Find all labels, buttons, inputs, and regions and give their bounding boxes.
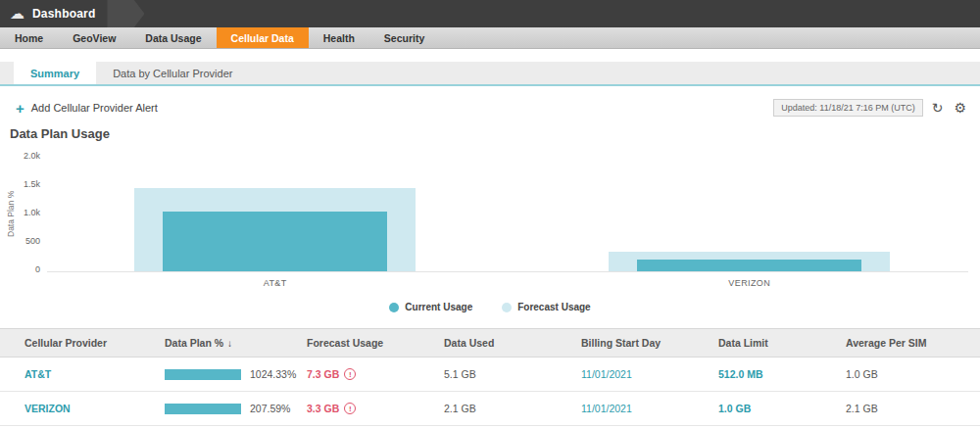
forecast-usage-value: 3.3 GB — [307, 403, 339, 414]
billing-start-day-link[interactable]: 11/01/2021 — [581, 368, 632, 380]
add-cellular-provider-alert-button[interactable]: + Add Cellular Provider Alert — [16, 101, 158, 116]
app-title: Dashboard — [32, 7, 95, 21]
refresh-icon[interactable]: ↻ — [930, 101, 946, 115]
column-header-data-limit[interactable]: Data Limit — [710, 329, 838, 358]
gear-icon[interactable]: ⚙ — [952, 101, 968, 115]
data-plan-pct-value: 1024.33% — [250, 368, 296, 380]
data-limit-link[interactable]: 512.0 MB — [718, 368, 763, 380]
data-plan-pct-cell: 207.59% — [165, 403, 291, 414]
column-header-forecast-usage[interactable]: Forecast Usage — [299, 329, 436, 358]
data-plan-usage-bar-fill — [165, 404, 241, 414]
forecast-usage-dot-icon — [502, 303, 512, 312]
table-row: AT&T 1024.33% 7.3 GB ! 5.1 GB 11/01/2021… — [0, 358, 980, 392]
average-per-sim-value: 1.0 GB — [838, 358, 980, 392]
column-header-data-used[interactable]: Data Used — [436, 329, 573, 358]
y-axis-ticks: 2.0k 1.5k 1.0k 500 0 — [16, 151, 47, 274]
plus-icon: + — [16, 101, 24, 116]
data-plan-usage-bar — [165, 404, 241, 414]
nav-item-health[interactable]: Health — [309, 27, 369, 48]
chart-legend: Current Usage Forecast Usage — [0, 302, 980, 312]
category-label-verizon: VERIZON — [609, 278, 890, 288]
current-usage-bar-verizon[interactable] — [637, 260, 861, 271]
chart-title: Data Plan Usage — [0, 120, 980, 155]
secondary-tabs: Summary Data by Cellular Provider — [0, 62, 980, 86]
actions-row: + Add Cellular Provider Alert Updated: 1… — [0, 86, 980, 120]
y-tick: 0 — [16, 264, 40, 274]
nav-item-cellular-data[interactable]: Cellular Data — [217, 27, 309, 48]
provider-link-att[interactable]: AT&T — [24, 368, 51, 380]
tab-summary[interactable]: Summary — [14, 62, 96, 84]
bar-group-verizon: VERIZON — [609, 155, 890, 271]
warning-icon[interactable]: ! — [344, 403, 356, 414]
billing-start-day-link[interactable]: 11/01/2021 — [581, 403, 632, 414]
average-per-sim-value: 2.1 GB — [838, 392, 980, 426]
data-plan-pct-cell: 1024.33% — [165, 368, 291, 380]
breadcrumb-arrow — [107, 0, 144, 27]
column-header-data-plan-pct[interactable]: Data Plan %↓ — [157, 329, 299, 358]
chart-plot-area: AT&T VERIZON — [47, 155, 968, 272]
nav-item-data-usage[interactable]: Data Usage — [130, 27, 216, 48]
y-tick: 2.0k — [16, 151, 40, 161]
forecast-usage-cell: 3.3 GB ! — [307, 403, 428, 414]
y-tick: 1.5k — [16, 179, 40, 189]
legend-item-current-usage[interactable]: Current Usage — [389, 302, 472, 312]
table-row: VERIZON 207.59% 3.3 GB ! 2.1 GB 11/01/20… — [0, 392, 980, 426]
main-navigation: Home GeoView Data Usage Cellular Data He… — [0, 27, 980, 49]
cloud-icon: ☁ — [10, 5, 24, 23]
nav-item-security[interactable]: Security — [369, 27, 439, 48]
forecast-usage-cell: 7.3 GB ! — [307, 368, 428, 380]
data-used-value: 5.1 GB — [436, 358, 573, 392]
provider-link-verizon[interactable]: VERIZON — [24, 403, 71, 414]
column-header-billing-start-day[interactable]: Billing Start Day — [573, 329, 710, 358]
tab-data-by-cellular-provider[interactable]: Data by Cellular Provider — [96, 62, 249, 84]
bar-group-att: AT&T — [134, 155, 416, 271]
y-tick: 500 — [16, 236, 40, 246]
legend-label: Current Usage — [405, 302, 472, 312]
nav-item-geoview[interactable]: GeoView — [58, 27, 130, 48]
column-header-cellular-provider[interactable]: Cellular Provider — [0, 329, 157, 358]
data-plan-usage-chart: Data Plan % 2.0k 1.5k 1.0k 500 0 AT&T VE… — [0, 155, 980, 274]
cellular-provider-table: Cellular Provider Data Plan %↓ Forecast … — [0, 328, 980, 426]
legend-item-forecast-usage[interactable]: Forecast Usage — [502, 302, 590, 312]
data-plan-usage-bar-fill — [165, 369, 241, 380]
header-utilities: Updated: 11/18/21 7:16 PM (UTC) ↻ ⚙ — [773, 99, 968, 117]
y-tick: 1.0k — [16, 208, 40, 217]
data-limit-link[interactable]: 1.0 GB — [718, 403, 751, 414]
current-usage-bar-att[interactable] — [163, 212, 387, 271]
add-alert-label: Add Cellular Provider Alert — [31, 102, 158, 114]
data-plan-usage-bar — [165, 369, 241, 380]
table-header-row: Cellular Provider Data Plan %↓ Forecast … — [0, 329, 980, 358]
nav-item-home[interactable]: Home — [0, 27, 58, 48]
y-axis-label: Data Plan % — [6, 155, 16, 272]
data-plan-pct-value: 207.59% — [250, 403, 290, 414]
category-label-att: AT&T — [134, 278, 416, 288]
warning-icon[interactable]: ! — [344, 368, 356, 380]
sort-descending-icon[interactable]: ↓ — [227, 338, 232, 349]
column-header-average-per-sim[interactable]: Average Per SIM — [838, 329, 980, 358]
data-used-value: 2.1 GB — [436, 392, 573, 426]
column-header-label: Data Plan % — [165, 337, 223, 349]
legend-label: Forecast Usage — [517, 302, 590, 312]
last-updated-badge: Updated: 11/18/21 7:16 PM (UTC) — [773, 99, 922, 117]
app-top-bar: ☁ Dashboard — [0, 0, 980, 27]
current-usage-dot-icon — [389, 303, 399, 312]
forecast-usage-value: 7.3 GB — [307, 368, 339, 380]
